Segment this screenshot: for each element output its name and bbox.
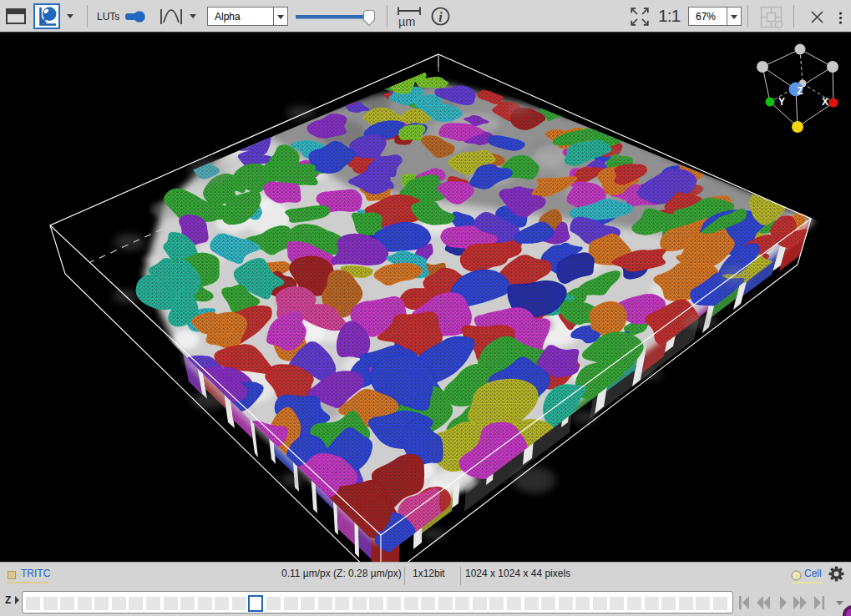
svg-text:i: i (438, 10, 443, 24)
svg-text:X: X (822, 96, 828, 108)
svg-text:Z: Z (797, 85, 803, 97)
svg-text:Y: Y (778, 96, 785, 108)
svg-text:µm: µm (398, 15, 415, 28)
